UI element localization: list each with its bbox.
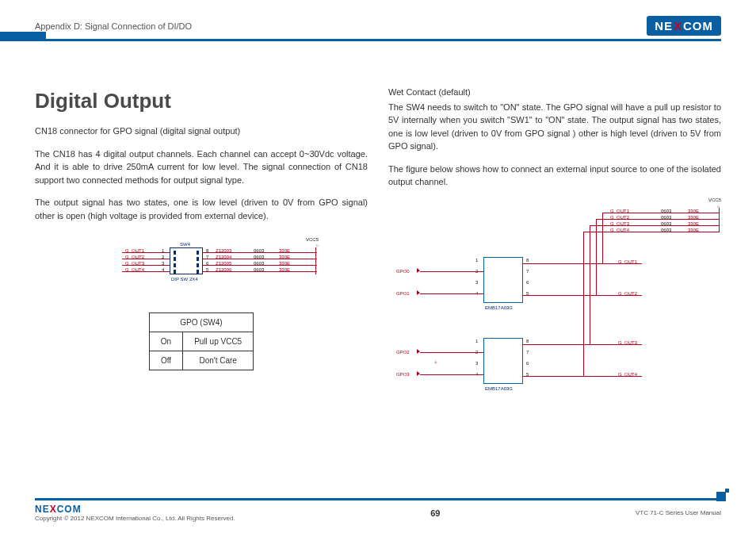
page-number: 69 [430,508,440,518]
copyright-text: Copyright © 2012 NEXCOM International Co… [35,515,235,522]
wet-contact-heading: Wet Contact (default) [388,86,721,99]
emb-chip-icon [483,338,523,384]
content-columns: Digital Output CN18 connector for GPO si… [35,86,721,408]
signal-arrow-icon [417,371,420,376]
wet-contact-schematic: VCC5 ○ G_OUT1 0603 330E G_OUT2 0603 330E… [388,201,721,408]
manual-title: VTC 71-C Series User Manual [636,509,721,516]
chip-label: EMB17A03G [485,305,513,312]
p-output-states: The output signal has two states, one is… [35,196,368,222]
table-row: OnPull up VCC5 [149,332,253,351]
right-column: Wet Contact (default) The SW4 needs to s… [388,86,721,408]
left-column: Digital Output CN18 connector for GPO si… [35,86,368,408]
dip-switch-icon [170,247,203,274]
ground-icon: ⏚ [434,359,437,366]
page-header: Appendix D: Signal Connection of DI/DO N… [35,16,721,41]
signal-arrow-icon [417,268,420,273]
p-cn18-desc: The CN18 has 4 digital output channels. … [35,148,368,187]
footer-logo: NEXCOM [35,504,235,515]
sw4-table: GPO (SW4) OnPull up VCC5 OffDon't Care [149,313,254,370]
p-cn18-intro: CN18 connector for GPO signal (digital s… [35,125,368,138]
side-tab-icon [0,32,46,41]
signal-arrow-icon [417,349,420,354]
section-title: Digital Output [35,86,368,117]
signal-arrow-icon [417,290,420,295]
table-row: OffDon't Care [149,351,253,370]
logo-x-icon: X [674,19,682,33]
wet-contact-desc: The SW4 needs to switch to "ON" state. T… [388,101,721,153]
nexcom-logo: NEXCOM [647,16,721,36]
emb-chip-icon [483,257,523,303]
sw4-table-header: GPO (SW4) [149,313,253,332]
sw4-schematic: VCC5 ○ SW4 DIP SW 2X4 G_OUT1 1 8 Z12003 [82,243,320,298]
wet-contact-figure-intro: The figure below shows how to connect an… [388,163,721,189]
dip-label: DIP SW 2X4 [171,276,198,283]
appendix-label: Appendix D: Signal Connection of DI/DO [35,21,192,31]
chip-label: EMB17A03G [485,385,513,393]
page-footer: NEXCOM Copyright © 2012 NEXCOM Internati… [35,498,721,522]
